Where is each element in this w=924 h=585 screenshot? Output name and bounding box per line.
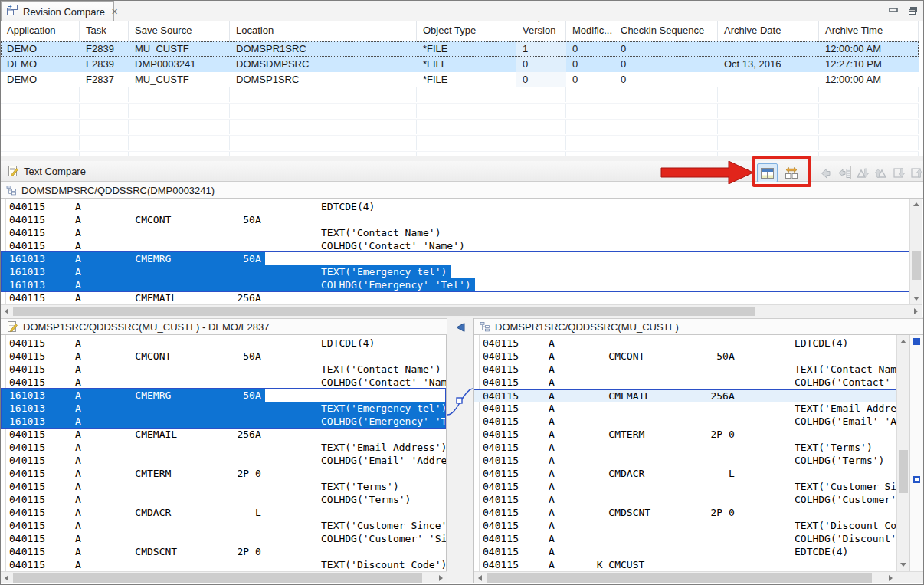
tab-close-icon[interactable]: ✕ xyxy=(111,7,118,17)
ancestor-pane-header: DOMSDMPSRC/QDDSSRC(DMP0003241) xyxy=(1,182,923,199)
revision-compare-icon xyxy=(6,4,18,19)
cell-archive-date xyxy=(718,41,819,57)
revision-compare-window: Revision Compare ✕ ApplicationTaskSave S… xyxy=(0,0,924,585)
diff-marker[interactable] xyxy=(913,338,920,345)
source-line: 040115 A TEXT('Email Address') xyxy=(474,402,896,415)
toolbar-separator xyxy=(814,166,814,179)
cell-version: 1 xyxy=(516,41,566,57)
column-header[interactable]: Checkin Sequence xyxy=(614,21,718,41)
source-tree-icon xyxy=(480,321,490,332)
right-pane-title: DOMSPR1SRC/QDDSSRC(MU_CUSTF) xyxy=(495,321,679,333)
column-header[interactable]: Version∨ xyxy=(516,21,566,41)
empty-rows xyxy=(1,87,923,156)
cell-application: DEMO xyxy=(1,41,80,57)
cell-archive-time: 12:00:00 AM xyxy=(819,41,919,57)
left-source-editor[interactable]: 040115 A EDTCDE(4)040115 A CMCONT 50A040… xyxy=(1,335,447,571)
cell-object-type: *FILE xyxy=(417,41,516,57)
cell-archive-time: 12:27:10 PM xyxy=(819,57,919,72)
cell-archive-time: 12:00:00 AM xyxy=(819,72,919,87)
cell-archive-date: Oct 13, 2016 xyxy=(718,57,819,72)
ancestor-horizontal-scrollbar[interactable] xyxy=(1,304,922,317)
source-line: 040115 A COLHDG('Customer' 'Since') xyxy=(474,493,896,506)
previous-difference-button[interactable] xyxy=(870,163,891,182)
source-line: 161013 A CMEMRG 50A xyxy=(1,252,265,265)
source-line: 161013 A TEXT('Emergency tel') xyxy=(1,402,447,415)
cell-save-source: DMP0003241 xyxy=(129,57,230,72)
next-difference-button[interactable] xyxy=(852,163,873,182)
ancestor-pane-button[interactable] xyxy=(757,163,778,182)
ancestor-vertical-scrollbar[interactable] xyxy=(909,199,922,304)
column-header[interactable]: Object Type xyxy=(417,21,516,41)
column-header[interactable]: Task xyxy=(80,21,129,41)
source-line: 040115 A CMDSCNT 2P 0 xyxy=(474,506,896,519)
source-line: 040115 A TEXT('Terms') xyxy=(474,441,896,454)
next-difference-icon xyxy=(856,167,869,179)
column-header[interactable]: Archive Time xyxy=(819,21,919,41)
cell-location: DOMSDMPSRC xyxy=(230,57,417,72)
ancestor-source-editor[interactable]: 040115 A EDTCDE(4)040115 A CMCONT 50A040… xyxy=(1,199,909,304)
cell-application: DEMO xyxy=(1,72,80,87)
source-line: 040115 A TEXT('Discount Code') xyxy=(1,558,446,571)
source-line: 161013 A TEXT('Emergency tel') xyxy=(1,265,451,278)
cell-task: F2837 xyxy=(80,72,129,87)
cell-archive-date xyxy=(718,72,819,87)
cell-checkin-sequence: 0 xyxy=(614,57,718,72)
source-line: 040115 A TEXT('Email Address') xyxy=(1,441,446,454)
table-row[interactable]: DEMO F2837 MU_CUSTF DOMSP1SRC *FILE 0 0 … xyxy=(1,72,919,87)
scrollbar-thumb[interactable] xyxy=(899,450,908,493)
minimize-view-button[interactable] xyxy=(886,5,901,16)
column-header[interactable]: Modific... xyxy=(566,21,614,41)
left-horizontal-scrollbar[interactable] xyxy=(1,571,447,583)
source-line: 040115 A COLHDG('Contact' 'Name') xyxy=(474,376,896,389)
scrollbar-thumb[interactable] xyxy=(13,573,422,583)
previous-difference-icon xyxy=(874,167,887,179)
empty-table-row xyxy=(1,120,919,136)
source-line: 040115 A EDTCDE(4) xyxy=(1,337,446,350)
tab-revision-compare[interactable]: Revision Compare ✕ xyxy=(1,1,114,21)
source-line: 040115 A EDTCDE(4) xyxy=(1,200,909,213)
diff-connector-curve xyxy=(447,335,473,571)
cell-checkin-sequence: 0 xyxy=(614,72,718,87)
source-line: 040115 A TEXT('Discount Code') xyxy=(474,519,896,532)
source-line: 040115 A COLHDG('Discount' 'Code') xyxy=(474,532,896,545)
right-pane-header: DOMSPR1SRC/QDDSSRC(MU_CUSTF) xyxy=(474,318,923,335)
sort-indicator-icon: ∨ xyxy=(536,21,542,24)
cell-version: 0 xyxy=(516,57,566,72)
cell-location: DOMSP1SRC xyxy=(230,72,417,87)
table-row[interactable]: DEMO F2839 MU_CUSTF DOMSPR1SRC *FILE 1 0… xyxy=(1,41,919,57)
overview-ruler[interactable] xyxy=(909,335,923,571)
table-row[interactable]: DEMO F2839 DMP0003241 DOMSDMPSRC *FILE 0… xyxy=(1,57,919,72)
right-vertical-scrollbar[interactable] xyxy=(896,335,909,571)
source-line: 040115 A TEXT('Customer Since') xyxy=(474,480,896,493)
column-header[interactable]: Save Source xyxy=(129,21,230,41)
right-horizontal-scrollbar[interactable] xyxy=(474,571,896,583)
cell-application: DEMO xyxy=(1,57,80,72)
source-line: 040115 A TEXT('Contact Name') xyxy=(1,226,909,239)
source-line: 040115 A CMCONT 50A xyxy=(474,350,896,363)
maximize-view-button[interactable] xyxy=(905,5,920,16)
source-line: 040115 A TEXT('Terms') xyxy=(1,480,446,493)
toolbar-separator xyxy=(850,166,851,179)
column-header[interactable]: Location xyxy=(230,21,417,41)
scrollbar-thumb[interactable] xyxy=(912,251,921,280)
cell-modification: 0 xyxy=(566,72,614,87)
right-source-editor[interactable]: 040115 A EDTCDE(4)040115 A CMCONT 50A040… xyxy=(474,335,896,571)
swap-panes-button[interactable] xyxy=(781,163,801,182)
current-diff-marker[interactable] xyxy=(913,476,920,483)
source-line: 040115 A CMTERM 2P 0 xyxy=(474,428,896,441)
source-line: 040115 A COLHDG('Terms') xyxy=(1,493,446,506)
table-header-row: ApplicationTaskSave SourceLocationObject… xyxy=(1,21,919,41)
column-header[interactable]: Archive Date xyxy=(718,21,819,41)
scrollbar-thumb[interactable] xyxy=(13,307,755,316)
source-line: 040115 A K CMCUST xyxy=(474,558,896,571)
previous-change-button[interactable] xyxy=(906,163,924,182)
empty-table-row xyxy=(1,104,919,120)
direction-arrow-icon xyxy=(454,322,467,336)
source-line: 040115 A CMDSCNT 2P 0 xyxy=(1,545,446,558)
cell-modification: 0 xyxy=(566,41,614,57)
source-line: 040115 A CMDACR L xyxy=(1,506,446,519)
source-line: 040115 A CMTERM 2P 0 xyxy=(1,467,446,480)
source-line: 161013 A CMEMRG 50A xyxy=(1,389,265,402)
column-header[interactable]: Application xyxy=(1,21,80,41)
scrollbar-thumb[interactable] xyxy=(487,573,872,583)
